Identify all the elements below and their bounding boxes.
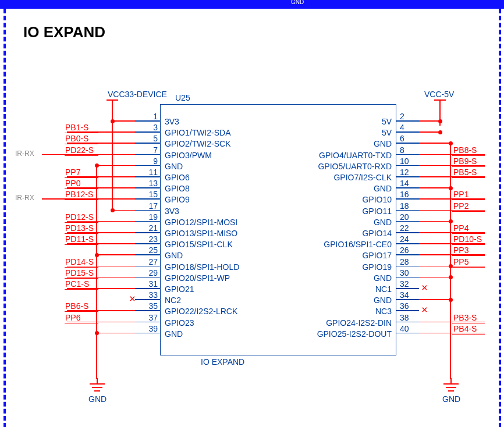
- pin-number: 3: [144, 123, 158, 132]
- pin-number: 9: [144, 156, 158, 166]
- junction: [95, 331, 99, 335]
- net-label: PB3-S: [453, 313, 477, 322]
- pin-number: 13: [144, 179, 158, 188]
- pin-function: GND: [374, 184, 392, 193]
- power-t-right-icon: [434, 99, 446, 108]
- net-underline: [452, 166, 485, 167]
- net-label: PP5: [453, 257, 468, 266]
- pin-function: GPIO9: [165, 195, 190, 204]
- power-left-label: VCC33-DEVICE: [108, 90, 167, 99]
- port-label: IR-RX: [15, 194, 34, 202]
- pin-number: 19: [144, 212, 158, 222]
- pin-function: 5V: [382, 128, 392, 137]
- pin-number: 2: [400, 112, 404, 121]
- pin-function: GPIO18/SPI1-HOLD: [165, 262, 239, 272]
- nc-icon: ×: [421, 281, 428, 293]
- net-underline: [65, 233, 98, 234]
- pin-function: GPIO23: [165, 318, 194, 328]
- top-crop-label: GND: [291, 0, 304, 5]
- pin-function: GPIO4/UART0-TXD: [319, 151, 392, 160]
- net-label: PB6-S: [65, 301, 88, 311]
- junction: [111, 119, 115, 123]
- pin-number: 23: [144, 234, 158, 244]
- power-right-label: VCC-5V: [424, 90, 454, 99]
- pin-number: 35: [144, 301, 158, 311]
- pin-function: GPIO3/PWM: [165, 151, 212, 160]
- pin-function: GPIO16/SPI1-CE0: [324, 240, 392, 249]
- pin-function: GPIO21: [165, 284, 194, 294]
- net-underline: [452, 334, 485, 335]
- pin-function: GPIO2/TWI2-SCK: [165, 139, 231, 148]
- net-underline: [65, 133, 98, 133]
- pin-number: 26: [400, 245, 409, 255]
- pin-number: 12: [400, 168, 409, 177]
- net-underline: [65, 278, 98, 279]
- net-underline: [452, 233, 485, 234]
- pin-function: GPIO17: [362, 251, 392, 260]
- net-underline: [65, 289, 98, 290]
- pin-number: 14: [400, 179, 409, 188]
- wire: [419, 143, 450, 144]
- pin-number: 37: [144, 313, 158, 322]
- net-label: PP4: [453, 223, 468, 233]
- net-label: PD22-S: [65, 145, 94, 155]
- pin-number: 40: [400, 324, 409, 333]
- wire: [42, 154, 67, 155]
- junction: [449, 219, 453, 223]
- pin-function: GPIO14: [362, 229, 392, 238]
- wire: [419, 266, 450, 267]
- net-underline: [65, 311, 98, 312]
- pin-number: 18: [400, 201, 409, 211]
- net-label: PP1: [453, 190, 468, 199]
- net-label: PB12-S: [65, 190, 93, 199]
- net-label: PB1-S: [65, 123, 88, 132]
- net-underline: [65, 177, 98, 178]
- pin-number: 21: [144, 223, 158, 233]
- section-title: IO EXPAND: [23, 23, 105, 41]
- wire: [419, 131, 439, 133]
- pin-number: 28: [400, 257, 409, 266]
- wire: [112, 210, 135, 211]
- gnd-left-icon: [88, 378, 106, 393]
- pin-function: GPIO10: [362, 195, 392, 204]
- net-underline: [452, 200, 485, 200]
- junction: [438, 119, 442, 123]
- gnd-left-label: GND: [88, 394, 107, 404]
- block-label: IO EXPAND: [201, 357, 244, 366]
- net-underline: [65, 222, 98, 223]
- junction: [95, 253, 99, 257]
- nc-icon: ×: [129, 292, 136, 304]
- pin-function: GPIO6: [165, 173, 190, 182]
- pin-number: 27: [144, 257, 158, 266]
- pin-function: GND: [374, 139, 392, 148]
- pin-function: GPIO1/TWI2-SDA: [165, 128, 231, 137]
- pin-number: 1: [144, 112, 158, 121]
- wire: [419, 221, 450, 222]
- pin-function: GPIO25-I2S2-DOUT: [317, 329, 392, 339]
- pin-number: 7: [144, 145, 158, 155]
- pin-function: GPIO11: [362, 207, 392, 216]
- pin-number: 38: [400, 313, 409, 322]
- pin-function: NC2: [165, 296, 181, 305]
- pin-function: GPIO19: [362, 262, 392, 272]
- pin-number: 34: [400, 290, 409, 300]
- net-underline: [65, 200, 98, 200]
- junction: [449, 298, 453, 302]
- pin-number: 11: [144, 168, 158, 177]
- pin-number: 25: [144, 245, 158, 255]
- net-label: PD11-S: [65, 234, 94, 244]
- net-underline: [65, 188, 98, 189]
- pin-function: 5V: [382, 117, 392, 126]
- net-underline: [65, 244, 98, 245]
- net-label: PB4-S: [453, 324, 477, 333]
- pin-number: 5: [144, 134, 158, 143]
- net-label: PD14-S: [65, 257, 94, 266]
- pin-function: GND: [374, 218, 392, 227]
- net-label: PB8-S: [453, 145, 477, 155]
- pin-number: 31: [144, 279, 158, 289]
- net-underline: [65, 155, 98, 156]
- junction: [438, 130, 442, 134]
- pin-function: GPIO5/UART0-RXD: [318, 162, 392, 171]
- pin-function: GND: [374, 273, 392, 283]
- wire: [96, 254, 135, 255]
